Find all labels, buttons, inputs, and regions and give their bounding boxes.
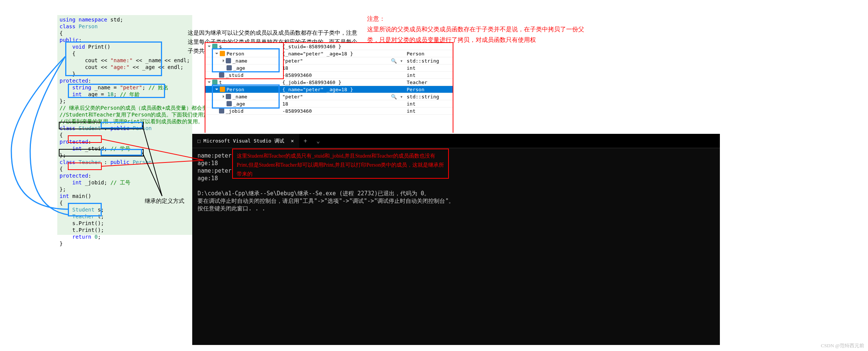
- note-text: 注意： 这里所说的父类成员和父类成员函数存在于子类并不是说，在子类中拷贝了一份父…: [367, 14, 589, 45]
- terminal-exit-msg: D:\code\a1-Cpp\继承--Se\Debug\继承--Se.exe (…: [197, 190, 715, 197]
- vs-icon: ⬚: [197, 138, 201, 144]
- red-box-stuid: [68, 135, 102, 143]
- blue-box-watch-t: [212, 84, 280, 109]
- blue-box-print: [65, 41, 162, 76]
- close-icon[interactable]: ✕: [291, 138, 294, 144]
- terminal-hint: 要在调试停止时自动关闭控制台，请启用"工具"->"选项"->"调试"->"调试停…: [197, 197, 715, 205]
- magnifier-icon[interactable]: 🔍 ▾: [391, 58, 403, 64]
- red-box-watch-top: [205, 42, 284, 79]
- blue-box-prints: [68, 203, 102, 216]
- new-tab-button[interactable]: +: [299, 137, 312, 144]
- terminal-tab[interactable]: ⬚Microsoft Visual Studio 调试✕: [192, 134, 299, 148]
- terminal-prompt: 按任意键关闭此窗口. . .: [197, 205, 715, 212]
- red-box-jobid: [68, 162, 102, 170]
- annotation-console: 这里Student和Teacher的成员只有_stuid和_jobid,并且St…: [232, 149, 449, 179]
- code-line: using namespace std;: [60, 16, 190, 23]
- blue-box-members: [68, 84, 165, 98]
- magnifier-icon[interactable]: 🔍 ▾: [391, 94, 403, 100]
- terminal-tabs[interactable]: ⬚Microsoft Visual Studio 调试✕ + ⌄: [192, 134, 720, 148]
- tab-dropdown-icon[interactable]: ⌄: [312, 137, 325, 144]
- watermark: CSDN @范特西元前: [821, 342, 864, 349]
- blue-box-public-person2: [101, 149, 142, 156]
- blue-box-public-person: [101, 122, 143, 129]
- annotation-inherit-label: 继承的定义方式: [145, 198, 184, 205]
